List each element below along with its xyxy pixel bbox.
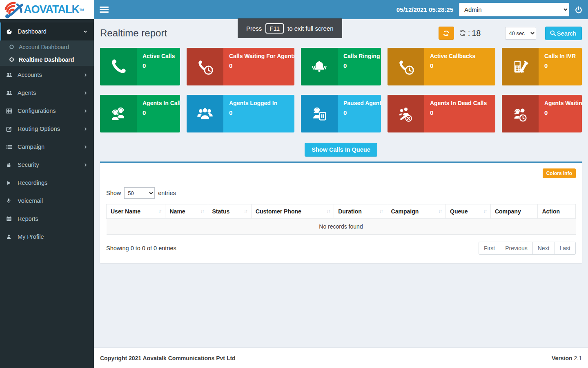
sidebar-item-account-dashboard[interactable]: Account Dashboard (0, 40, 94, 53)
stat-card-calls-in-ivr: Calls In IVR 0 (502, 48, 582, 85)
refresh-icon (443, 30, 450, 37)
stat-card-value: 0 (229, 62, 294, 69)
chevron-right-icon (83, 109, 88, 113)
sort-icon[interactable]: ↓↑ (244, 208, 247, 214)
sidebar-item-dashboard[interactable]: Dashboard (0, 22, 94, 40)
column-header-user-name[interactable]: User Name↓↑ (107, 204, 165, 219)
pagination-last-button[interactable]: Last (555, 242, 576, 255)
users-icon (6, 72, 18, 78)
sidebar-item-campaign[interactable]: Campaign (0, 138, 94, 156)
sort-icon[interactable]: ↓↑ (158, 208, 161, 214)
brand-logo[interactable]: AOVATALK TM (0, 0, 94, 19)
stat-card-paused-agents: Paused Agents 0 (301, 95, 381, 132)
sidebar-item-security[interactable]: Security (0, 156, 94, 174)
column-header-customer-phone[interactable]: Customer Phone↓↑ (251, 204, 334, 219)
pagination-previous-button[interactable]: Previous (500, 242, 532, 255)
show-label: Show (106, 190, 121, 196)
pagination-first-button[interactable]: First (479, 242, 500, 255)
circle-o-icon (9, 57, 19, 62)
edit-pencil-square-icon (6, 126, 18, 132)
user-icon (6, 234, 18, 240)
sidebar-toggle-icon[interactable] (100, 7, 109, 13)
agents-group-icon (187, 95, 223, 132)
sidebar-item-label: Agents (18, 90, 83, 96)
phone-clock-icon (187, 48, 223, 85)
sidebar-item-label: Campaign (18, 144, 83, 150)
sort-icon[interactable]: ↓↑ (438, 208, 441, 214)
phone-clock-icon (388, 48, 424, 85)
entries-per-page-select[interactable]: 50 (124, 187, 155, 199)
colors-info-badge[interactable]: Colors Info (543, 168, 576, 178)
stat-card-label: Agents Logged In (229, 100, 277, 106)
sidebar-item-routing-options[interactable]: Routing Options (0, 120, 94, 138)
dashboard-gauge-icon (6, 29, 18, 35)
stat-card-value: 0 (544, 62, 576, 69)
play-icon (6, 180, 18, 186)
stat-card-value: 0 (229, 109, 277, 116)
sidebar-item-agents[interactable]: Agents (0, 84, 94, 102)
sort-icon[interactable]: ↓↑ (483, 208, 486, 214)
sidebar: AOVATALK TM Dashboard Account Dashboard (0, 0, 94, 368)
column-header-status[interactable]: Status↓↑ (208, 204, 251, 219)
sort-icon[interactable]: ↓↑ (326, 208, 330, 214)
stat-card-agents-logged-in: Agents Logged In 0 (187, 95, 294, 132)
table-icon (6, 108, 18, 114)
calendar-icon (6, 216, 18, 222)
stat-card-label: Active Calls (143, 53, 175, 59)
show-calls-in-queue-button[interactable]: Show Calls In Queue (305, 143, 377, 157)
pagination-next-button[interactable]: Next (532, 242, 555, 255)
sidebar-item-my-profile[interactable]: My Profile (0, 228, 94, 246)
no-records-message: No records found (107, 219, 576, 235)
brand-wifi-icon (2, 1, 24, 19)
stat-card-label: Agents In Calls (143, 100, 180, 106)
dashboard-submenu: Account Dashboard Realtime Dashboard (0, 40, 94, 66)
agent-paused-icon (301, 95, 338, 132)
page-footer: Copyright 2021 Aovatalk Communications P… (94, 348, 588, 368)
sidebar-item-accounts[interactable]: Accounts (0, 66, 94, 84)
sidebar-item-configurations[interactable]: Configurations (0, 102, 94, 120)
stat-card-value: 0 (143, 62, 175, 69)
ivr-keypad-phone-icon (502, 48, 539, 85)
column-header-campaign[interactable]: Campaign↓↑ (387, 204, 445, 219)
agent-waiting-icon (502, 95, 539, 132)
sidebar-item-realtime-dashboard[interactable]: Realtime Dashboard (0, 53, 94, 66)
sort-icon[interactable]: ↓↑ (200, 208, 204, 214)
chevron-right-icon (83, 73, 88, 77)
stat-card-agents-dead-calls: Agents In Dead Calls 0 (388, 95, 495, 132)
current-datetime: 05/12/2021 05:28:25 (396, 6, 453, 13)
sidebar-item-label: Voicemail (18, 197, 88, 204)
column-header-name[interactable]: Name↓↑ (165, 204, 208, 219)
countdown-value: 18 (472, 29, 481, 38)
stat-card-value: 0 (343, 109, 381, 116)
sidebar-item-label: Accounts (18, 72, 83, 78)
column-header-duration[interactable]: Duration↓↑ (334, 204, 387, 219)
sidebar-item-reports[interactable]: Reports (0, 210, 94, 228)
users-icon (6, 90, 18, 96)
countdown-refresh-icon (459, 29, 466, 37)
sidebar-item-recordings[interactable]: Recordings (0, 174, 94, 192)
sort-icon[interactable]: ↓↑ (379, 208, 383, 214)
stat-card-active-callbacks: Active Callbacks 0 (388, 48, 495, 85)
sidebar-item-label: Security (18, 162, 83, 168)
sidebar-item-label: Configurations (18, 108, 83, 114)
logout-power-button[interactable] (575, 6, 582, 13)
column-header-queue[interactable]: Queue↓↑ (446, 204, 491, 219)
stat-card-label: Agents Waiting (544, 100, 582, 106)
stat-card-active-calls: Active Calls 0 (100, 48, 180, 85)
agents-dead-call-icon (388, 95, 424, 132)
sidebar-item-label: Dashboard (18, 28, 83, 35)
toast-suffix: to exit full screen (287, 25, 334, 32)
sidebar-item-voicemail[interactable]: Voicemail (0, 192, 94, 210)
stat-card-label: Agents In Dead Calls (430, 100, 487, 106)
stat-card-value: 0 (343, 62, 380, 69)
pagination: First Previous Next Last (479, 242, 576, 255)
calls-table: User Name↓↑ Name↓↑ Status↓↑ Customer Pho… (106, 204, 576, 235)
user-select[interactable]: Admin (459, 3, 569, 16)
refresh-interval-select[interactable]: 40 sec (505, 27, 536, 40)
refresh-button[interactable] (439, 27, 454, 40)
chevron-down-icon (83, 29, 88, 34)
stat-card-label: Paused Agents (343, 100, 381, 106)
search-button[interactable]: Search (545, 27, 582, 40)
chevron-right-icon (83, 127, 88, 131)
agents-headset-icon (100, 95, 137, 132)
